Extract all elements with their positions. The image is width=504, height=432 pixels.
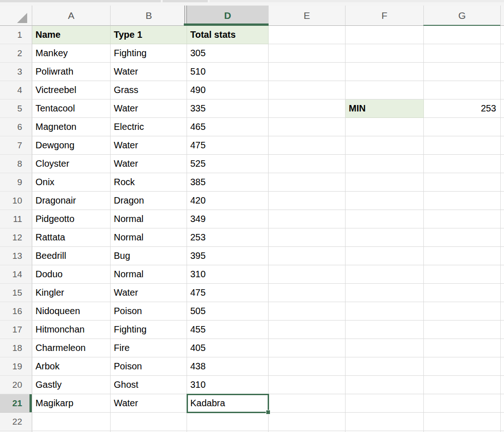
column-header-B[interactable]: B	[111, 6, 187, 26]
cell-B8[interactable]: Water	[111, 155, 187, 173]
cell-A14[interactable]: Doduo	[32, 265, 111, 284]
cell-A15[interactable]: Kingler	[32, 284, 111, 302]
cell-A11[interactable]: Pidgeotto	[32, 210, 111, 228]
row-header-11[interactable]: 11	[0, 210, 32, 228]
cell-B20[interactable]: Ghost	[111, 376, 187, 394]
cell-A19[interactable]: Arbok	[32, 357, 111, 376]
cell-E14[interactable]	[269, 265, 346, 284]
cell-D12[interactable]: 253	[187, 228, 269, 247]
row-header-14[interactable]: 14	[0, 265, 32, 284]
cell-F3[interactable]	[346, 63, 424, 81]
cell-F19[interactable]	[346, 357, 424, 376]
row-header-4[interactable]: 4	[0, 81, 32, 99]
cell-B17[interactable]: Fighting	[111, 321, 187, 339]
select-all-corner[interactable]	[0, 6, 32, 26]
cell-G2[interactable]	[424, 44, 501, 63]
row-header-19[interactable]: 19	[0, 357, 32, 376]
cell-D22[interactable]	[187, 413, 269, 431]
cell-E19[interactable]	[269, 357, 346, 376]
cell-B22[interactable]	[111, 413, 187, 431]
cell-B19[interactable]: Poison	[111, 357, 187, 376]
cell-B12[interactable]: Normal	[111, 228, 187, 247]
cell-G5[interactable]: 253	[424, 99, 501, 118]
cell-E1[interactable]	[269, 26, 346, 44]
cell-A8[interactable]: Cloyster	[32, 155, 111, 173]
cell-E8[interactable]	[269, 155, 346, 173]
row-header-2[interactable]: 2	[0, 44, 32, 63]
row-header-5[interactable]: 5	[0, 99, 32, 118]
row-header-20[interactable]: 20	[0, 376, 32, 394]
row-header-21[interactable]: 21	[0, 394, 32, 413]
cell-F7[interactable]	[346, 136, 424, 155]
cell-G16[interactable]	[424, 302, 501, 321]
cell-B15[interactable]: Water	[111, 284, 187, 302]
cell-D9[interactable]: 385	[187, 173, 269, 192]
cell-E18[interactable]	[269, 339, 346, 357]
cell-E7[interactable]	[269, 136, 346, 155]
cell-B2[interactable]: Fighting	[111, 44, 187, 63]
row-header-13[interactable]: 13	[0, 247, 32, 265]
cell-E4[interactable]	[269, 81, 346, 99]
cell-D13[interactable]: 395	[187, 247, 269, 265]
cell-D2[interactable]: 305	[187, 44, 269, 63]
row-header-16[interactable]: 16	[0, 302, 32, 321]
cell-D15[interactable]: 475	[187, 284, 269, 302]
cell-D8[interactable]: 525	[187, 155, 269, 173]
cell-F17[interactable]	[346, 321, 424, 339]
row-header-9[interactable]: 9	[0, 173, 32, 192]
cell-E15[interactable]	[269, 284, 346, 302]
cell-D11[interactable]: 349	[187, 210, 269, 228]
cell-B21[interactable]: Water	[111, 394, 187, 413]
cell-A3[interactable]: Poliwrath	[32, 63, 111, 81]
cell-E16[interactable]	[269, 302, 346, 321]
cell-B16[interactable]: Poison	[111, 302, 187, 321]
column-header-G[interactable]: G	[424, 6, 501, 26]
cell-D18[interactable]: 405	[187, 339, 269, 357]
cell-G18[interactable]	[424, 339, 501, 357]
cell-B3[interactable]: Water	[111, 63, 187, 81]
cell-A12[interactable]: Rattata	[32, 228, 111, 247]
cell-F10[interactable]	[346, 192, 424, 210]
cell-A21[interactable]: Magikarp	[32, 394, 111, 413]
cell-E22[interactable]	[269, 413, 346, 431]
cell-A17[interactable]: Hitmonchan	[32, 321, 111, 339]
cell-A13[interactable]: Beedrill	[32, 247, 111, 265]
cell-A22[interactable]	[32, 413, 111, 431]
row-header-15[interactable]: 15	[0, 284, 32, 302]
cell-A9[interactable]: Onix	[32, 173, 111, 192]
column-header-D[interactable]: D	[187, 6, 269, 26]
selected-cell-D21[interactable]: Kadabra	[187, 394, 269, 413]
cell-F2[interactable]	[346, 44, 424, 63]
cell-F4[interactable]	[346, 81, 424, 99]
cell-B6[interactable]: Electric	[111, 118, 187, 136]
cell-B18[interactable]: Fire	[111, 339, 187, 357]
cell-A7[interactable]: Dewgong	[32, 136, 111, 155]
cell-F8[interactable]	[346, 155, 424, 173]
cell-E21[interactable]	[269, 394, 346, 413]
cell-G22[interactable]	[424, 413, 501, 431]
cell-E13[interactable]	[269, 247, 346, 265]
cell-B4[interactable]: Grass	[111, 81, 187, 99]
cell-B1[interactable]: Type 1	[111, 26, 187, 44]
cell-D3[interactable]: 510	[187, 63, 269, 81]
cell-B5[interactable]: Water	[111, 99, 187, 118]
fill-handle[interactable]	[266, 410, 270, 414]
cell-B10[interactable]: Dragon	[111, 192, 187, 210]
row-header-18[interactable]: 18	[0, 339, 32, 357]
cell-B9[interactable]: Rock	[111, 173, 187, 192]
cell-D16[interactable]: 505	[187, 302, 269, 321]
cell-D6[interactable]: 465	[187, 118, 269, 136]
cell-A1[interactable]: Name	[32, 26, 111, 44]
cell-F22[interactable]	[346, 413, 424, 431]
cell-G8[interactable]	[424, 155, 501, 173]
cell-F21[interactable]	[346, 394, 424, 413]
cell-D1[interactable]: Total stats	[187, 26, 269, 44]
cell-E17[interactable]	[269, 321, 346, 339]
cell-A6[interactable]: Magneton	[32, 118, 111, 136]
row-header-22[interactable]: 22	[0, 413, 32, 431]
cell-F9[interactable]	[346, 173, 424, 192]
cell-E11[interactable]	[269, 210, 346, 228]
cell-D14[interactable]: 310	[187, 265, 269, 284]
cell-G4[interactable]	[424, 81, 501, 99]
cell-F11[interactable]	[346, 210, 424, 228]
